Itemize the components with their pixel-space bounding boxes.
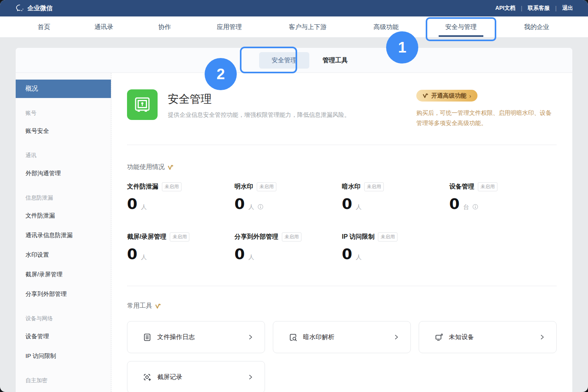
tool-card-watermark-analysis[interactable]: 暗水印解析 bbox=[273, 321, 411, 353]
open-premium-button[interactable]: 开通高级功能 › bbox=[416, 90, 477, 102]
status-badge: 未启用 bbox=[170, 232, 189, 241]
subtab-bar: 安全管理 管理工具 bbox=[16, 48, 572, 73]
sidebar-group-dlp: 信息防泄漏 文件防泄漏 通讯录信息防泄漏 水印设置 截屏/录屏管理 分享到外部管… bbox=[16, 194, 111, 298]
stat-invisible-watermark: 暗水印 未启用 0 人 bbox=[342, 182, 449, 220]
stat-device-management: 设备管理 未启用 0 台 bbox=[449, 182, 557, 220]
status-badge: 未启用 bbox=[478, 182, 497, 191]
sidebar-item-account-security[interactable]: 账号安全 bbox=[16, 127, 111, 135]
sidebar-heading-self-encryption: 自主加密 bbox=[16, 376, 111, 384]
sidebar-item-watermark-settings[interactable]: 水印设置 bbox=[16, 251, 111, 259]
premium-v-icon bbox=[423, 93, 428, 99]
nav-my-company[interactable]: 我的企业 bbox=[524, 16, 549, 38]
tool-card-unknown-devices[interactable]: 未知设备 bbox=[419, 321, 557, 353]
tab-management-tools[interactable]: 管理工具 bbox=[323, 48, 348, 73]
page-description: 提供企业信息安全管控功能，增强权限管理能力，降低信息泄漏风险。 bbox=[168, 111, 350, 119]
sidebar-heading-dlp: 信息防泄漏 bbox=[16, 194, 111, 201]
sidebar-group-device-network: 设备与网络 设备管理 IP 访问限制 bbox=[16, 314, 111, 360]
sidebar-item-contacts-dlp[interactable]: 通讯录信息防泄漏 bbox=[16, 231, 111, 239]
primary-nav: 首页 通讯录 协作 应用管理 客户与上下游 高级功能 安全与管理 我的企业 bbox=[0, 16, 588, 38]
topbar-links: API文档 | 联系客服 | 退出 bbox=[495, 5, 573, 12]
sidebar-item-external-share-management[interactable]: 分享到外部管理 bbox=[16, 290, 111, 298]
premium-sparkle-icon bbox=[155, 303, 161, 309]
promo-arrow: › bbox=[469, 93, 471, 99]
contact-support-link[interactable]: 联系客服 bbox=[528, 5, 550, 12]
watermark-scan-icon bbox=[289, 333, 297, 341]
sidebar: 概况 账号 账号安全 通讯 外部沟通管理 信息防泄漏 文件防泄漏 通讯录信息防泄… bbox=[16, 73, 111, 392]
premium-promo-text: 购买后，可统一管理文件权限、启用明暗水印、设备管理等多项安全高级功能。 bbox=[416, 108, 557, 129]
usage-section-heading: 功能使用情况 bbox=[127, 163, 557, 171]
nav-advanced-features[interactable]: 高级功能 bbox=[374, 16, 399, 38]
stat-file-dlp: 文件防泄漏 未启用 0 人 bbox=[127, 182, 234, 220]
unknown-device-icon bbox=[435, 333, 443, 341]
premium-sparkle-icon bbox=[167, 164, 174, 171]
sidebar-item-overview[interactable]: 概况 bbox=[16, 80, 111, 98]
nav-collaboration[interactable]: 协作 bbox=[158, 16, 171, 38]
tool-card-screenshot-records[interactable]: 截屏记录 bbox=[127, 361, 265, 392]
stat-screenshot-management: 截屏/录屏管理 未启用 0 人 bbox=[127, 232, 234, 270]
topbar-separator: | bbox=[555, 5, 557, 11]
tools-section-heading: 常用工具 bbox=[127, 302, 557, 310]
premium-promo: 开通高级功能 › 购买后，可统一管理文件权限、启用明暗水印、设备管理等多项安全高… bbox=[416, 90, 557, 129]
page-title: 安全管理 bbox=[168, 92, 350, 107]
screenshot-record-icon bbox=[143, 373, 151, 381]
sidebar-item-external-communication[interactable]: 外部沟通管理 bbox=[16, 169, 111, 177]
chevron-right-icon bbox=[247, 334, 254, 340]
section-divider bbox=[127, 145, 557, 145]
sidebar-heading-device-network: 设备与网络 bbox=[16, 314, 111, 322]
topbar-separator: | bbox=[521, 5, 523, 11]
sidebar-heading-communication: 通讯 bbox=[16, 151, 111, 159]
sidebar-group-account: 账号 账号安全 bbox=[16, 109, 111, 135]
sidebar-item-file-dlp[interactable]: 文件防泄漏 bbox=[16, 212, 111, 220]
nav-home[interactable]: 首页 bbox=[38, 16, 50, 38]
tab-security-management[interactable]: 安全管理 bbox=[259, 52, 309, 69]
info-icon[interactable] bbox=[258, 204, 263, 211]
stat-empty-cell bbox=[449, 232, 557, 270]
file-log-icon bbox=[143, 333, 151, 341]
sidebar-heading-account: 账号 bbox=[16, 109, 111, 117]
sidebar-group-communication: 通讯 外部沟通管理 bbox=[16, 151, 111, 177]
sidebar-item-ip-access-restriction[interactable]: IP 访问限制 bbox=[16, 352, 111, 360]
main-panel: 安全管理 提供企业信息安全管控功能，增强权限管理能力，降低信息泄漏风险。 开通高… bbox=[111, 73, 572, 392]
brand-name: 企业微信 bbox=[27, 4, 53, 13]
chevron-right-icon bbox=[247, 374, 254, 380]
nav-customers[interactable]: 客户与上下游 bbox=[289, 16, 327, 38]
usage-stats-grid: 文件防泄漏 未启用 0 人 明水印 未启用 bbox=[127, 182, 557, 270]
chevron-right-icon bbox=[393, 334, 399, 340]
status-badge: 未启用 bbox=[282, 232, 301, 241]
stat-ip-access-restriction: IP 访问限制 未启用 0 人 bbox=[342, 232, 449, 270]
content-card: 安全管理 管理工具 概况 账号 账号安全 通讯 外部沟通管理 信息防泄漏 文件防… bbox=[16, 48, 572, 392]
logout-link[interactable]: 退出 bbox=[562, 5, 573, 12]
status-badge: 未启用 bbox=[162, 182, 181, 191]
nav-app-management[interactable]: 应用管理 bbox=[217, 16, 242, 38]
nav-security-management[interactable]: 安全与管理 bbox=[445, 16, 477, 38]
wework-bubble-icon bbox=[15, 4, 24, 13]
tool-card-file-operation-log[interactable]: 文件操作日志 bbox=[127, 321, 265, 353]
info-icon[interactable] bbox=[472, 204, 478, 211]
stat-visible-watermark: 明水印 未启用 0 人 bbox=[234, 182, 342, 220]
chevron-right-icon bbox=[539, 334, 545, 340]
safe-icon bbox=[127, 89, 158, 120]
sidebar-item-device-management[interactable]: 设备管理 bbox=[16, 332, 111, 340]
stat-external-share-management: 分享到外部管理 未启用 0 人 bbox=[234, 232, 342, 270]
app-window: 企业微信 API文档 | 联系客服 | 退出 首页 通讯录 协作 应用管理 客户… bbox=[0, 0, 588, 392]
sidebar-group-self-encryption: 自主加密 bbox=[16, 376, 111, 384]
status-badge: 未启用 bbox=[378, 232, 397, 241]
sidebar-item-screenshot-management[interactable]: 截屏/录屏管理 bbox=[16, 270, 111, 278]
nav-contacts[interactable]: 通讯录 bbox=[94, 16, 113, 38]
topbar: 企业微信 API文档 | 联系客服 | 退出 bbox=[0, 0, 588, 16]
status-badge: 未启用 bbox=[257, 182, 276, 191]
status-badge: 未启用 bbox=[364, 182, 384, 191]
tools-grid: 文件操作日志 bbox=[127, 321, 557, 392]
api-docs-link[interactable]: API文档 bbox=[495, 5, 515, 12]
brand-logo[interactable]: 企业微信 bbox=[15, 4, 53, 13]
section-divider bbox=[127, 286, 557, 286]
